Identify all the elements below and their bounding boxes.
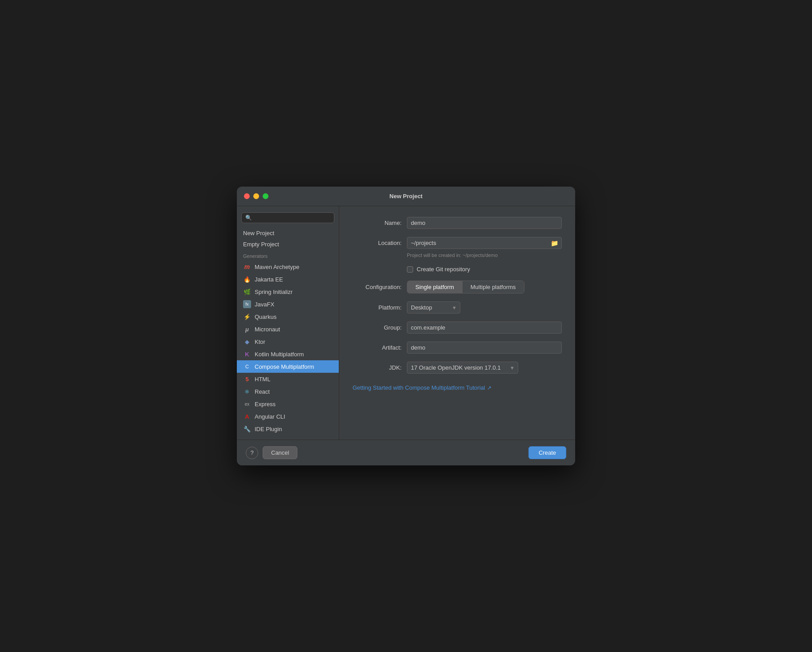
jakarta-ee-icon: 🔥 — [243, 275, 251, 283]
ide-plugin-icon: 🔧 — [243, 425, 251, 433]
javafx-label: JavaFX — [255, 301, 274, 308]
maven-archetype-label: Maven Archetype — [255, 264, 299, 270]
titlebar: New Project — [237, 187, 575, 206]
config-label: Configuration: — [353, 284, 402, 290]
express-label: Express — [255, 401, 276, 408]
location-input[interactable] — [407, 237, 562, 249]
bottom-left: ? Cancel — [246, 446, 297, 459]
location-hint: Project will be created in: ~/projects/d… — [407, 253, 562, 258]
sidebar-item-ktor[interactable]: ◆ Ktor — [237, 335, 339, 348]
spring-initializr-label: Spring Initializr — [255, 289, 292, 295]
quarkus-label: Quarkus — [255, 314, 276, 320]
sidebar-item-compose-multiplatform[interactable]: C Compose Multiplatform — [237, 360, 339, 373]
compose-multiplatform-label: Compose Multiplatform — [255, 363, 314, 370]
sidebar-item-kotlin-multiplatform[interactable]: K Kotlin Multiplatform — [237, 348, 339, 360]
sidebar-item-jakarta-ee[interactable]: 🔥 Jakarta EE — [237, 273, 339, 285]
ktor-icon: ◆ — [243, 338, 251, 346]
html-icon: 5 — [243, 375, 251, 383]
sidebar-item-html[interactable]: 5 HTML — [237, 373, 339, 385]
maven-archetype-icon: m — [243, 263, 251, 271]
sidebar-item-express[interactable]: ex Express — [237, 398, 339, 410]
location-label: Location: — [353, 240, 402, 246]
tutorial-link-text: Getting Started with Compose Multiplatfo… — [353, 384, 485, 391]
spring-initializr-icon: 🌿 — [243, 288, 251, 296]
traffic-lights — [244, 193, 268, 199]
micronaut-label: Micronaut — [255, 326, 280, 333]
git-row: Create Git repository — [407, 266, 562, 273]
config-btn-group: Single platform Multiple platforms — [407, 281, 524, 293]
name-row: Name: — [353, 217, 562, 229]
artifact-row: Artifact: — [353, 342, 562, 354]
react-icon: ⚛ — [243, 387, 251, 395]
name-label: Name: — [353, 220, 402, 226]
jdk-select-wrap: 17 Oracle OpenJDK version 17.0.1 ▼ — [407, 362, 518, 374]
multiple-platforms-tab[interactable]: Multiple platforms — [463, 281, 524, 293]
compose-multiplatform-icon: C — [243, 363, 251, 371]
kotlin-multiplatform-icon: K — [243, 350, 251, 358]
sidebar-item-ide-plugin[interactable]: 🔧 IDE Plugin — [237, 423, 339, 435]
ide-plugin-label: IDE Plugin — [255, 426, 282, 432]
search-box[interactable]: 🔍 — [241, 212, 334, 223]
tutorial-link[interactable]: Getting Started with Compose Multiplatfo… — [353, 384, 491, 391]
sidebar-item-javafx[interactable]: fx JavaFX — [237, 298, 339, 310]
ktor-label: Ktor — [255, 338, 265, 345]
name-input[interactable] — [407, 217, 562, 229]
single-platform-tab[interactable]: Single platform — [407, 281, 463, 293]
sidebar-item-angular-cli[interactable]: A Angular CLI — [237, 410, 339, 423]
group-input[interactable] — [407, 322, 562, 334]
sidebar-item-new-project[interactable]: New Project — [237, 228, 339, 239]
artifact-label: Artifact: — [353, 344, 402, 351]
help-button[interactable]: ? — [246, 447, 258, 459]
content-area: 🔍 New Project Empty Project Generators m… — [237, 206, 575, 440]
search-icon: 🔍 — [245, 215, 252, 221]
create-button[interactable]: Create — [528, 446, 566, 459]
quarkus-icon: ⚡ — [243, 313, 251, 321]
close-button[interactable] — [244, 193, 250, 199]
empty-project-label: Empty Project — [243, 241, 279, 248]
html-label: HTML — [255, 376, 270, 383]
jakarta-ee-label: Jakarta EE — [255, 276, 283, 283]
group-label: Group: — [353, 324, 402, 331]
bottom-bar: ? Cancel Create — [237, 440, 575, 465]
platform-row: Platform: Desktop Android iOS Web Server… — [353, 302, 562, 314]
platform-select[interactable]: Desktop Android iOS Web Server — [407, 302, 460, 314]
minimize-button[interactable] — [253, 193, 259, 199]
micronaut-icon: μ — [243, 325, 251, 333]
cancel-button[interactable]: Cancel — [263, 446, 297, 459]
kotlin-multiplatform-label: Kotlin Multiplatform — [255, 351, 304, 358]
external-link-icon: ↗ — [487, 385, 491, 391]
window-title: New Project — [390, 193, 422, 200]
sidebar-item-empty-project[interactable]: Empty Project — [237, 239, 339, 250]
angular-cli-label: Angular CLI — [255, 413, 285, 420]
angular-cli-icon: A — [243, 412, 251, 420]
git-checkbox[interactable] — [407, 266, 413, 273]
sidebar-item-maven-archetype[interactable]: m Maven Archetype — [237, 261, 339, 273]
generators-section-label: Generators — [237, 250, 339, 261]
git-label: Create Git repository — [417, 266, 470, 273]
configuration-row: Configuration: Single platform Multiple … — [353, 281, 562, 293]
search-input[interactable] — [255, 215, 330, 221]
new-project-label: New Project — [243, 230, 274, 236]
sidebar-item-react[interactable]: ⚛ React — [237, 385, 339, 398]
tutorial-link-row: Getting Started with Compose Multiplatfo… — [353, 383, 562, 391]
react-label: React — [255, 388, 270, 395]
platform-select-wrap: Desktop Android iOS Web Server ▼ — [407, 302, 460, 314]
group-row: Group: — [353, 322, 562, 334]
sidebar-item-micronaut[interactable]: μ Micronaut — [237, 323, 339, 335]
new-project-dialog: New Project 🔍 New Project Empty Project … — [237, 187, 575, 465]
sidebar: 🔍 New Project Empty Project Generators m… — [237, 206, 339, 440]
jdk-row: JDK: 17 Oracle OpenJDK version 17.0.1 ▼ — [353, 362, 562, 374]
location-row: Location: 📁 — [353, 237, 562, 249]
artifact-input[interactable] — [407, 342, 562, 354]
location-input-wrap: 📁 — [407, 237, 562, 249]
express-icon: ex — [243, 400, 251, 408]
sidebar-item-spring-initializr[interactable]: 🌿 Spring Initializr — [237, 285, 339, 298]
sidebar-item-quarkus[interactable]: ⚡ Quarkus — [237, 310, 339, 323]
maximize-button[interactable] — [263, 193, 268, 199]
main-panel: Name: Location: 📁 Project will be create… — [339, 206, 575, 440]
javafx-icon: fx — [243, 300, 251, 308]
jdk-label: JDK: — [353, 364, 402, 371]
folder-icon[interactable]: 📁 — [551, 240, 558, 247]
jdk-select[interactable]: 17 Oracle OpenJDK version 17.0.1 — [407, 362, 518, 374]
platform-label: Platform: — [353, 304, 402, 311]
